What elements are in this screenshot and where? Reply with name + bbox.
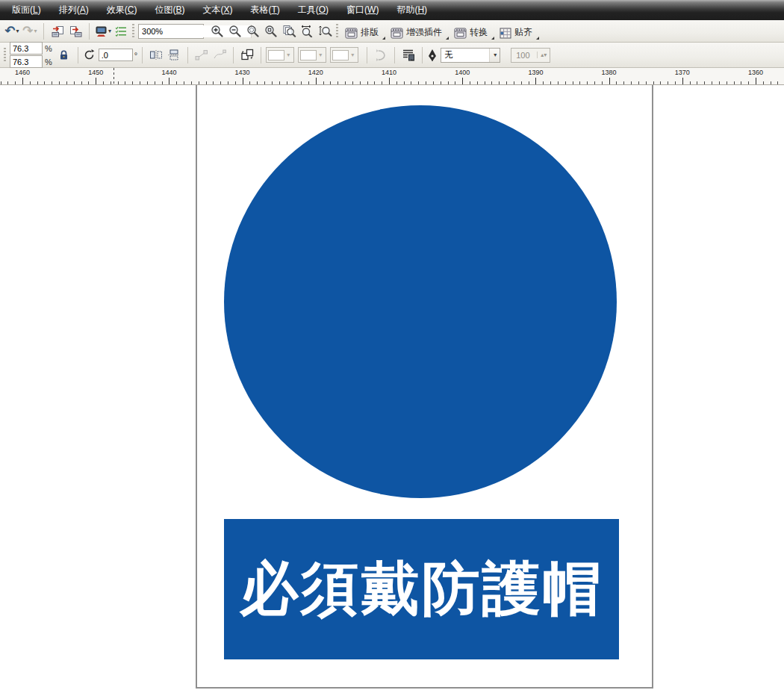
ruler-tick: [293, 81, 294, 84]
zoom-to-selected-icon: [246, 25, 260, 37]
application-launcher-button[interactable]: ▾: [94, 22, 112, 40]
sign-banner-shape[interactable]: 必須戴防護帽: [224, 519, 619, 659]
ruler[interactable]: 1460145014401430142014101400139013801370…: [0, 68, 784, 85]
ruler-tick: [308, 81, 309, 84]
ruler-tick: [272, 81, 273, 84]
zoom-in-button[interactable]: [208, 22, 226, 40]
options-button[interactable]: [112, 22, 130, 40]
separator: [422, 47, 423, 63]
ruler-tick: [411, 81, 411, 84]
outline-width-combo[interactable]: 无 ▾: [441, 48, 500, 63]
redo-icon: ↷: [22, 25, 33, 37]
wrap-offset-stepper[interactable]: 100 ▴▾: [511, 48, 550, 63]
macro-button-snap[interactable]: 贴齐: [497, 22, 535, 40]
ruler-tick: [609, 78, 610, 84]
zoom-to-all-objects-button[interactable]: [262, 22, 280, 40]
zoom-to-all-objects-icon: [264, 25, 278, 37]
ruler-tick: [1, 81, 1, 84]
macro-button-plugins[interactable]: 增强插件: [388, 22, 445, 40]
undo-button[interactable]: ↶ ▾: [3, 22, 21, 40]
outline-width-dropdown-button[interactable]: ▾: [489, 49, 500, 62]
ruler-label: 1420: [308, 69, 323, 76]
outline-style-picker[interactable]: ▾: [298, 47, 326, 63]
menu-item-tools[interactable]: 工具(O): [289, 0, 337, 20]
export-button[interactable]: [66, 22, 84, 40]
separator: [261, 47, 261, 63]
zoom-to-page-width-icon: [300, 25, 314, 37]
ruler-tick: [558, 81, 559, 84]
chevron-corner-icon: [536, 37, 539, 40]
import-button[interactable]: [49, 22, 66, 40]
zoom-to-selected-button[interactable]: [244, 22, 262, 40]
ruler-tick: [316, 78, 317, 84]
mirror-horizontal-button[interactable]: [147, 46, 165, 64]
menu-item-bitmaps[interactable]: 位图(B): [146, 0, 193, 20]
chevron-down-icon: ▾: [317, 52, 324, 58]
separator: [43, 23, 44, 40]
ruler-tick: [162, 81, 163, 84]
redo-button[interactable]: ↷ ▾: [21, 22, 39, 40]
menu-item-layout[interactable]: 版面(L): [3, 0, 50, 20]
chevron-down-icon: ▾: [494, 52, 497, 58]
coreldraw-window: 版面(L) 排列(A) 效果(C) 位图(B) 文本(X) 表格(T) 工具(O…: [0, 0, 784, 693]
ruler-tick: [404, 81, 405, 84]
end-arrowhead-picker[interactable]: ▾: [330, 47, 358, 63]
ruler-tick: [249, 81, 250, 84]
menu-item-text[interactable]: 文本(X): [193, 0, 241, 20]
ruler-tick: [301, 81, 302, 84]
ruler-tick: [579, 81, 580, 84]
ruler-tick: [81, 81, 82, 84]
ruler-tick: [514, 81, 514, 84]
reduce-nodes-button[interactable]: [211, 46, 228, 64]
zoom-out-button[interactable]: [226, 22, 244, 40]
convert-to-curves-button[interactable]: [238, 46, 256, 64]
chevron-down-icon: ▾: [108, 28, 111, 34]
close-curve-button[interactable]: [372, 46, 390, 64]
undo-icon: ↶: [4, 25, 15, 37]
wrap-text-button[interactable]: [399, 46, 417, 64]
menu-item-effects[interactable]: 效果(C): [98, 0, 146, 20]
ruler-tick: [418, 81, 419, 84]
ruler-label: 1460: [15, 69, 30, 76]
menu-item-help[interactable]: 帮助(H): [388, 0, 436, 20]
ruler-tick: [382, 81, 382, 84]
ruler-tick: [155, 81, 155, 84]
macro-button-layout[interactable]: 排版: [342, 22, 382, 40]
menu-item-table[interactable]: 表格(T): [241, 0, 288, 20]
ruler-tick: [704, 81, 705, 84]
ruler-tick: [638, 81, 639, 84]
ruler-tick: [352, 81, 353, 84]
rotation-angle-input[interactable]: [99, 49, 133, 61]
ruler-label: 1450: [88, 69, 103, 76]
ruler-tick: [741, 81, 741, 84]
ruler-tick: [169, 78, 169, 84]
separator: [89, 23, 90, 40]
edit-nodes-button[interactable]: [193, 46, 211, 64]
zoom-to-page-button[interactable]: [280, 22, 298, 40]
zoom-to-page-height-button[interactable]: [316, 22, 334, 40]
arrowhead-swatch: [268, 50, 284, 60]
scale-vertical-input[interactable]: [10, 55, 43, 68]
separator: [78, 47, 78, 63]
macro-button-convert[interactable]: 转换: [451, 22, 491, 40]
ruler-tick: [719, 81, 720, 84]
zoom-level-combo[interactable]: ▾: [138, 24, 204, 39]
ruler-tick: [191, 81, 192, 84]
start-arrowhead-picker[interactable]: ▾: [266, 47, 294, 63]
ruler-tick: [66, 81, 67, 84]
macro-button-label: 增强插件: [406, 25, 442, 39]
lock-ratio-button[interactable]: [55, 46, 73, 64]
mirror-vertical-button[interactable]: [165, 46, 183, 64]
zoom-to-page-width-button[interactable]: [298, 22, 316, 40]
sign-banner-text[interactable]: 必須戴防護帽: [240, 550, 603, 629]
menu-item-window[interactable]: 窗口(W): [337, 0, 388, 20]
snap-grid-icon: [500, 28, 511, 39]
ruler-tick: [323, 81, 324, 84]
scale-horizontal-input[interactable]: [10, 42, 43, 55]
drawing-canvas[interactable]: 必須戴防護帽: [0, 85, 784, 693]
menu-item-arrange[interactable]: 排列(A): [50, 0, 98, 20]
ruler-tick: [485, 81, 485, 84]
close-curve-icon: [375, 49, 387, 61]
sign-circle-shape[interactable]: [224, 105, 617, 498]
ruler-tick: [712, 81, 712, 84]
